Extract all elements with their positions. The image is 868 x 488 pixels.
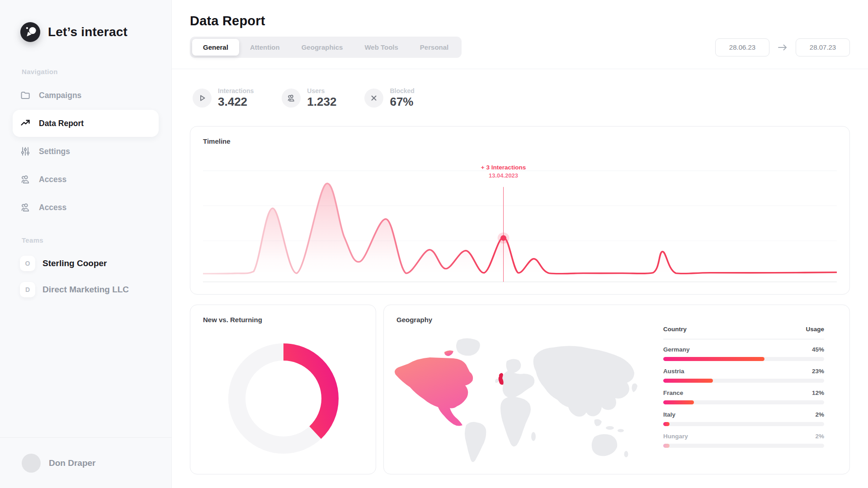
country-name: Hungary bbox=[663, 433, 688, 440]
map-ireland bbox=[495, 379, 499, 383]
sidebar-item-label: Access bbox=[39, 203, 66, 212]
map-north-america-highlight bbox=[395, 350, 473, 426]
tab-web-tools[interactable]: Web Tools bbox=[354, 39, 409, 56]
close-icon bbox=[364, 89, 383, 108]
stat-label: Interactions bbox=[218, 87, 254, 94]
usage-bar bbox=[663, 444, 824, 448]
sidebar-item-campaigns[interactable]: Campaigns bbox=[13, 82, 159, 109]
team-badge: D bbox=[20, 282, 35, 297]
table-row: France 12% bbox=[663, 389, 824, 404]
sliders-icon bbox=[20, 146, 31, 157]
table-row: Germany 45% bbox=[663, 346, 824, 361]
stat-users: Users 1.232 bbox=[282, 87, 336, 109]
team-direct-marketing[interactable]: D Direct Marketing LLC bbox=[0, 277, 171, 303]
users-icon bbox=[282, 89, 301, 108]
brand: Let’s interact bbox=[0, 0, 171, 42]
page-header: Data Report General Attention Geographic… bbox=[172, 0, 868, 69]
folder-icon bbox=[20, 90, 31, 101]
usage-value: 23% bbox=[812, 368, 824, 375]
world-map-svg bbox=[390, 331, 652, 467]
map-europe bbox=[501, 359, 534, 398]
avatar bbox=[22, 454, 41, 473]
sidebar-item-access-2[interactable]: Access bbox=[13, 194, 159, 221]
country-usage-table: Country Usage Germany 45% bbox=[663, 326, 824, 448]
sidebar-nav: Campaigns Data Report Settings bbox=[0, 82, 171, 221]
annotation-date: 13.04.2023 bbox=[481, 172, 526, 179]
user-menu[interactable]: Don Draper bbox=[0, 437, 171, 488]
stat-label: Blocked bbox=[390, 87, 414, 94]
report-tabs: General Attention Geographics Web Tools … bbox=[190, 37, 462, 58]
brand-logo-icon bbox=[20, 22, 41, 42]
map-japan bbox=[632, 384, 637, 392]
usage-value: 12% bbox=[812, 389, 824, 396]
country-name: Germany bbox=[663, 346, 690, 353]
sidebar-item-label: Settings bbox=[39, 147, 70, 156]
timeline-annotation: + 3 Interactions 13.04.2023 bbox=[481, 164, 526, 179]
map-new-zealand bbox=[624, 451, 628, 457]
annotation-label: + 3 Interactions bbox=[481, 164, 526, 171]
country-name: Austria bbox=[663, 368, 684, 375]
map-south-america bbox=[465, 422, 486, 462]
date-from-input[interactable]: 28.06.23 bbox=[715, 38, 769, 56]
sidebar-item-settings[interactable]: Settings bbox=[13, 138, 159, 165]
donut-chart bbox=[190, 305, 377, 475]
gridlines bbox=[203, 171, 837, 282]
map-australia bbox=[592, 434, 617, 456]
tab-geographics[interactable]: Geographics bbox=[291, 39, 354, 56]
arrow-right-icon bbox=[778, 44, 788, 51]
usage-bar bbox=[663, 400, 824, 404]
sidebar-item-data-report[interactable]: Data Report bbox=[13, 110, 159, 137]
stats-row: Interactions 3.422 Users bbox=[190, 87, 850, 109]
country-header: Country bbox=[663, 326, 687, 333]
users-icon bbox=[20, 174, 31, 185]
stat-blocked: Blocked 67% bbox=[364, 87, 414, 109]
timeline-card: Timeline + 3 Interactions 13.04.2023 bbox=[190, 126, 850, 295]
users-icon bbox=[20, 202, 31, 213]
geography-title: Geography bbox=[396, 316, 837, 324]
table-row: Austria 23% bbox=[663, 368, 824, 383]
report-content: Interactions 3.422 Users bbox=[172, 87, 868, 474]
nav-section-label: Navigation bbox=[22, 68, 171, 75]
team-badge: O bbox=[20, 256, 35, 271]
bottom-row: New vs. Returning bbox=[190, 305, 850, 474]
map-madagascar bbox=[531, 432, 536, 441]
map-greenland bbox=[456, 338, 480, 356]
marker-dot bbox=[500, 235, 506, 241]
stat-label: Users bbox=[307, 87, 336, 94]
stat-value: 1.232 bbox=[307, 95, 336, 109]
stat-value: 67% bbox=[390, 95, 414, 109]
tab-attention[interactable]: Attention bbox=[239, 39, 291, 56]
stat-interactions: Interactions 3.422 bbox=[193, 87, 254, 109]
sidebar-item-label: Data Report bbox=[39, 119, 84, 128]
team-sterling-cooper[interactable]: O Sterling Cooper bbox=[0, 250, 171, 277]
sidebar-item-label: Campaigns bbox=[39, 91, 81, 100]
play-icon bbox=[193, 89, 212, 108]
tab-personal[interactable]: Personal bbox=[409, 39, 459, 56]
usage-bar bbox=[663, 357, 824, 361]
map-southeast-asia bbox=[594, 419, 602, 426]
date-range: 28.06.23 28.07.23 bbox=[715, 38, 850, 56]
table-row: Italy 2% bbox=[663, 411, 824, 426]
team-name: Direct Marketing LLC bbox=[42, 285, 129, 295]
sidebar-item-label: Access bbox=[39, 175, 66, 184]
stat-value: 3.422 bbox=[218, 95, 254, 109]
sidebar-item-access-1[interactable]: Access bbox=[13, 166, 159, 193]
country-name: Italy bbox=[663, 411, 675, 418]
geography-card: Geography bbox=[383, 305, 850, 474]
map-africa bbox=[500, 397, 531, 446]
new-vs-returning-card: New vs. Returning bbox=[190, 305, 376, 474]
date-to-input[interactable]: 28.07.23 bbox=[796, 38, 850, 56]
map-asia bbox=[533, 346, 634, 417]
usage-value: 45% bbox=[812, 346, 824, 353]
usage-value: 2% bbox=[815, 433, 824, 440]
timeline-title: Timeline bbox=[203, 137, 837, 145]
sidebar: Let’s interact Navigation Campaigns Data… bbox=[0, 0, 172, 488]
trend-up-icon bbox=[20, 118, 31, 129]
table-row: Hungary 2% bbox=[663, 433, 824, 448]
usage-header: Usage bbox=[806, 326, 824, 333]
usage-value: 2% bbox=[815, 411, 824, 418]
tab-general[interactable]: General bbox=[192, 39, 239, 56]
usage-bar bbox=[663, 379, 824, 383]
timeline-chart: + 3 Interactions 13.04.2023 bbox=[203, 146, 837, 287]
brand-name: Let’s interact bbox=[48, 25, 127, 39]
